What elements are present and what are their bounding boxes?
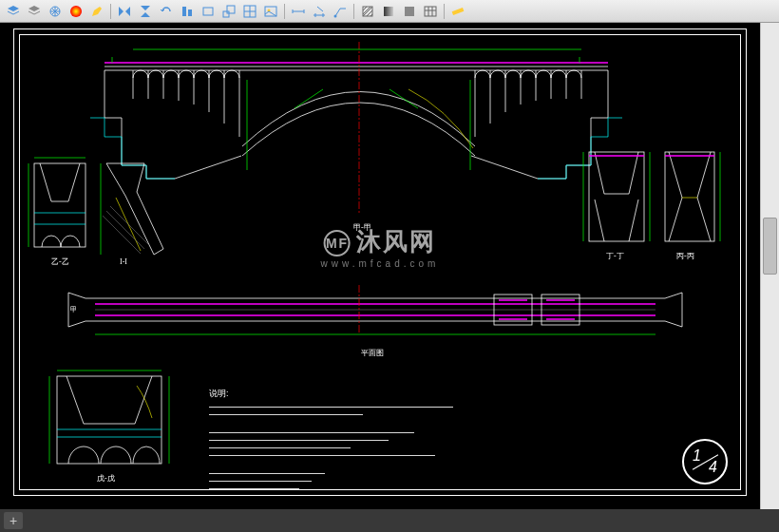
section3-label: 丁-丁 — [606, 252, 624, 260]
svg-rect-6 — [227, 6, 235, 13]
separator — [284, 4, 285, 19]
main-toolbar — [0, 0, 779, 23]
separator — [353, 4, 354, 19]
color-icon[interactable] — [66, 2, 86, 21]
section5-label: 戊-戊 — [97, 474, 115, 483]
notes-title: 说明: — [209, 388, 466, 400]
drawing-canvas[interactable]: 甲-甲 乙-乙 I-I 丁-丁 — [0, 23, 760, 509]
dimension-icon[interactable] — [289, 2, 308, 21]
svg-line-29 — [110, 206, 148, 244]
elevation-label: 甲-甲 — [353, 223, 371, 232]
rect-icon[interactable] — [199, 2, 218, 21]
svg-rect-4 — [203, 8, 213, 15]
svg-point-1 — [70, 6, 82, 17]
section2-label: I-I — [120, 257, 127, 266]
align-icon[interactable] — [178, 2, 197, 21]
region-icon[interactable] — [400, 2, 419, 21]
section-4 — [665, 152, 720, 241]
layer-states-icon[interactable] — [25, 2, 44, 21]
measure-icon[interactable] — [448, 2, 467, 21]
section1-label: 乙-乙 — [51, 257, 69, 266]
rotate-icon[interactable] — [157, 2, 176, 21]
plan-view: 甲 — [68, 285, 682, 334]
edit-icon[interactable] — [87, 2, 106, 21]
svg-rect-3 — [188, 10, 192, 16]
svg-rect-26 — [34, 163, 86, 247]
svg-line-31 — [103, 216, 141, 254]
svg-point-10 — [334, 14, 337, 17]
separator — [444, 4, 445, 19]
layers-icon[interactable] — [4, 2, 23, 21]
svg-rect-52 — [57, 376, 162, 464]
hatch-icon[interactable] — [358, 2, 377, 21]
dim-edit-icon[interactable] — [310, 2, 329, 21]
svg-rect-14 — [452, 8, 465, 15]
section4-label: 丙-丙 — [676, 252, 694, 260]
tab-bar: + — [0, 509, 779, 532]
bridge-elevation — [90, 42, 622, 213]
notes-block: 说明: — [209, 388, 466, 496]
mirror-icon[interactable] — [115, 2, 134, 21]
vertical-scrollbar[interactable] — [760, 23, 779, 509]
plan-label: 平面图 — [361, 349, 384, 357]
section-2 — [101, 163, 163, 255]
freeze-icon[interactable] — [46, 2, 65, 21]
svg-rect-2 — [182, 7, 186, 16]
svg-text:甲: 甲 — [70, 306, 77, 313]
scale-icon[interactable] — [219, 2, 238, 21]
svg-rect-5 — [223, 11, 229, 17]
svg-rect-33 — [589, 152, 644, 241]
section-1 — [28, 158, 86, 247]
table-icon[interactable] — [421, 2, 440, 21]
section-3 — [583, 152, 650, 241]
scroll-thumb[interactable] — [763, 218, 777, 275]
image-icon[interactable] — [261, 2, 280, 21]
gradient-icon[interactable] — [379, 2, 398, 21]
layout-icon[interactable] — [240, 2, 259, 21]
leader-icon[interactable] — [331, 2, 350, 21]
sheet-number: 1 4 — [682, 439, 728, 484]
svg-line-30 — [106, 211, 144, 249]
svg-rect-12 — [384, 7, 393, 16]
svg-rect-13 — [425, 7, 436, 16]
add-tab-button[interactable]: + — [4, 512, 23, 529]
section-5 — [49, 370, 169, 464]
separator — [110, 4, 111, 19]
mirror-v-icon[interactable] — [136, 2, 155, 21]
